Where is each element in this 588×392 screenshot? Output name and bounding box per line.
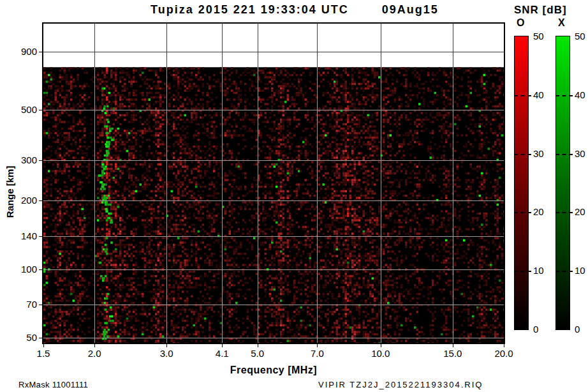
colorbar-tick-label: 30 [533, 148, 544, 159]
colorbar-tick-label: 0 [575, 324, 580, 335]
y-axis-tick-label: 70 [0, 299, 37, 310]
y-axis-tick-label: 500 [0, 104, 37, 115]
x-mode-colorbar-label: X [558, 17, 565, 29]
x-axis-tick [43, 344, 44, 347]
x-axis-tick [453, 344, 453, 347]
x-axis-tick-label: 4.1 [216, 348, 229, 359]
colorbar-tick-label: 10 [533, 265, 544, 276]
y-axis-tick [39, 52, 42, 52]
colorbar-tick-dash [555, 271, 573, 272]
x-axis-tick [222, 344, 223, 347]
o-mode-colorbar [514, 36, 529, 330]
x-axis-tick [381, 344, 381, 347]
x-axis-tick-label: 5.0 [251, 348, 264, 359]
y-axis-tick [39, 160, 42, 161]
x-mode-colorbar [555, 36, 570, 330]
colorbar-tick-label: 20 [575, 206, 585, 217]
y-axis-tick [39, 236, 42, 237]
plot-frame [42, 22, 505, 344]
colorbar-tick-label: 50 [533, 31, 544, 41]
colorbar-tick-label: 40 [575, 89, 585, 100]
footer-filename: VIPIR TZJ2J_2015221193304.RIQ [318, 380, 483, 389]
snr-heatmap-canvas [43, 24, 504, 343]
x-axis-tick-label: 1.5 [37, 348, 50, 359]
x-axis-tick [166, 344, 167, 347]
colorbar-tick-label: 10 [575, 265, 585, 276]
y-axis-tick [39, 305, 42, 305]
title-station-time: Tupiza 2015 221 19:33:04 UTC [151, 3, 349, 17]
colorbar-tick-dash [514, 212, 531, 213]
y-axis-tick-label: 900 [0, 46, 37, 57]
colorbar-tick-dash [555, 95, 573, 96]
y-axis-tick [39, 200, 42, 201]
colorbar-tick-label: 20 [533, 206, 544, 217]
colorbar-tick-label: 40 [533, 89, 544, 100]
vipir-ionogram-window: Tupiza 2015 221 19:33:04 UTC 09Aug15 SNR… [0, 0, 588, 392]
x-axis-tick [258, 344, 258, 347]
colorbar-tick-dash [555, 154, 573, 155]
colorbar-tick-dash [555, 212, 573, 213]
y-axis-tick [39, 110, 42, 110]
colorbar-tick-dash [514, 154, 531, 155]
x-axis-tick-label: 20.0 [494, 348, 513, 359]
x-axis-tick-label: 2.0 [88, 348, 101, 359]
x-axis-tick [317, 344, 318, 347]
colorbar-tick-label: 30 [575, 148, 585, 159]
colorbar-tick-label: 50 [575, 31, 585, 41]
y-axis-tick-label: 100 [0, 264, 37, 275]
colorbar-tick-dash [514, 271, 531, 272]
y-axis-title: Range [km] [4, 163, 15, 221]
x-axis-tick-label: 7.0 [311, 348, 324, 359]
colorbar-title: SNR [dB] [514, 4, 567, 17]
x-axis-tick-label: 3.0 [160, 348, 173, 359]
y-axis-tick [39, 338, 42, 338]
footer-rxmask: RxMask 11001111 [18, 380, 88, 389]
y-axis-tick-label: 50 [0, 332, 37, 343]
y-axis-tick [39, 269, 42, 270]
x-axis-tick-label: 15.0 [443, 348, 462, 359]
o-mode-colorbar-label: O [517, 17, 524, 29]
x-axis-tick-label: 10.0 [371, 348, 390, 359]
page-title: Tupiza 2015 221 19:33:04 UTC 09Aug15 [151, 3, 439, 17]
x-axis-tick [94, 344, 95, 347]
x-axis-title: Frequency [MHz] [43, 365, 504, 376]
y-axis-tick-label: 140 [0, 230, 37, 241]
colorbar-tick-label: 0 [533, 324, 538, 335]
colorbar-tick-dash [514, 95, 531, 96]
title-date: 09Aug15 [382, 3, 439, 17]
x-axis-tick [504, 344, 504, 347]
